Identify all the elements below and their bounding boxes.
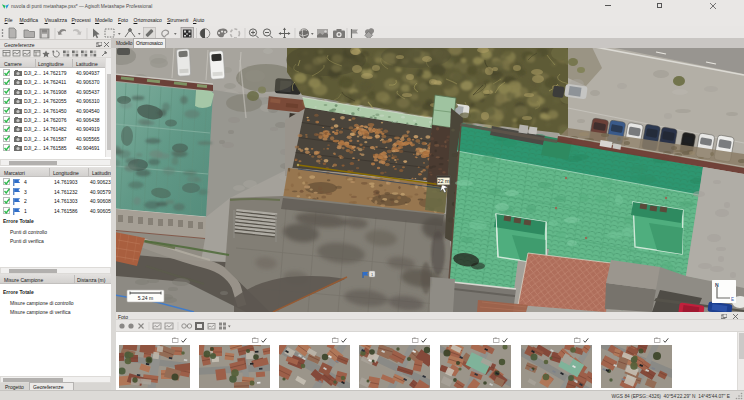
svg-text:22 m: 22 m (437, 178, 450, 184)
svg-text:N: N (715, 282, 719, 288)
svg-text:E: E (731, 297, 734, 302)
svg-text:5.24 m: 5.24 m (138, 295, 153, 301)
